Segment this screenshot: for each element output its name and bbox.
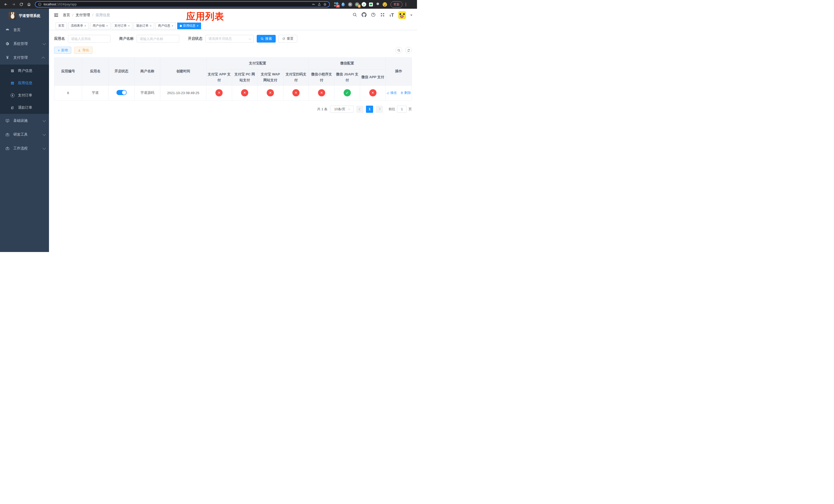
sidebar-item-app-info[interactable]: 应用信息 xyxy=(0,77,49,89)
extensions-puzzle-icon[interactable] xyxy=(375,2,380,7)
sidebar-item-label: 系统管理 xyxy=(13,42,28,46)
chrome-menu-icon[interactable] xyxy=(405,3,406,6)
next-page-button[interactable] xyxy=(376,106,383,113)
dashboard-icon xyxy=(5,28,10,32)
col-app-id: 应用编号 xyxy=(54,58,82,86)
edit-link[interactable]: 修改 xyxy=(387,91,397,95)
sidebar-item-payment[interactable]: ¥ 支付管理 xyxy=(0,51,49,65)
goto-label: 前往 xyxy=(389,107,395,112)
password-key-icon[interactable] xyxy=(312,3,315,6)
tab-app-info[interactable]: 应用信息 xyxy=(177,23,201,29)
extension-blue-diamond-icon[interactable]: 10 xyxy=(334,2,338,7)
share-icon[interactable] xyxy=(317,3,321,6)
goto-page-input[interactable] xyxy=(397,106,407,113)
sidebar-menu: 首页 系统管理 ¥ 支付管理 商户信息 xyxy=(0,23,49,252)
reload-icon[interactable] xyxy=(18,1,25,8)
grid-icon xyxy=(10,81,15,85)
table-right-tools xyxy=(395,47,412,53)
prev-page-button[interactable] xyxy=(356,106,364,113)
extension-chat-icon[interactable] xyxy=(369,2,373,7)
home-icon[interactable] xyxy=(26,1,32,8)
apps-table: 应用编号 应用名 开启状态 商户名称 创建时间 支付宝配置 微信配置 操作 支付… xyxy=(54,58,412,100)
close-icon[interactable] xyxy=(150,24,152,27)
breadcrumb-section[interactable]: 支付管理 xyxy=(76,13,90,18)
current-page-button[interactable]: 1 xyxy=(366,106,373,113)
total-count: 共 1 条 xyxy=(317,107,328,112)
sidebar-item-system[interactable]: 系统管理 xyxy=(0,37,49,51)
wx-app-cross-icon xyxy=(369,89,376,96)
forward-icon[interactable] xyxy=(10,1,17,8)
collapse-sidebar-icon[interactable] xyxy=(53,13,59,18)
sidebar: 芋道管理系统 首页 系统管理 ¥ 支付管理 xyxy=(0,9,49,252)
sidebar-logo[interactable]: 芋道管理系统 xyxy=(0,9,49,23)
site-info-icon[interactable] xyxy=(38,3,42,6)
sidebar-item-home[interactable]: 首页 xyxy=(0,23,49,37)
close-icon[interactable] xyxy=(172,24,173,27)
add-button[interactable]: 新增 xyxy=(54,47,71,54)
sidebar-item-workflow[interactable]: 工作流程 xyxy=(0,141,49,155)
sidebar-item-refund-orders[interactable]: 退款订单 xyxy=(0,101,49,114)
status-select[interactable]: 请选择开启状态 xyxy=(205,35,254,43)
col-wx-mini: 微信小程序支付 xyxy=(309,69,334,86)
extension-yudao-icon[interactable]: y xyxy=(361,2,366,7)
github-icon[interactable] xyxy=(361,12,367,18)
delete-link[interactable]: 删除 xyxy=(400,91,411,95)
refresh-button[interactable] xyxy=(405,47,412,53)
search-icon[interactable] xyxy=(352,12,357,18)
extension-badge: 1 xyxy=(358,5,360,8)
extension-command-icon[interactable]: ⌘ xyxy=(348,2,352,7)
chevron-down-icon xyxy=(43,133,46,136)
chevron-down-icon xyxy=(43,146,46,150)
merchant-name-input[interactable] xyxy=(137,35,179,43)
toolbox-icon xyxy=(5,132,10,137)
breadcrumb-home[interactable]: 首页 xyxy=(63,13,70,18)
col-alipay-app: 支付宝 APP 支付 xyxy=(206,69,232,86)
tab-merchant-info[interactable]: 商户信息 xyxy=(155,23,176,29)
tab-refund-orders[interactable]: 退款订单 xyxy=(134,23,154,29)
user-avatar[interactable] xyxy=(398,11,406,19)
sidebar-item-pay-orders[interactable]: ¥ 支付订单 xyxy=(0,89,49,101)
caret-down-icon[interactable] xyxy=(410,15,412,17)
close-icon[interactable] xyxy=(128,24,130,27)
extension-recorder-icon[interactable]: 1 xyxy=(355,2,359,7)
yen-icon: ¥ xyxy=(5,55,10,60)
shop-icon xyxy=(10,69,15,73)
tab-pay-orders[interactable]: 支付订单 xyxy=(112,23,132,29)
navbar-actions: TT xyxy=(352,11,412,19)
tab-process-form[interactable]: 流程表单 xyxy=(68,23,89,29)
back-icon[interactable] xyxy=(3,1,9,8)
sidebar-item-label: 研发工具 xyxy=(13,132,28,137)
sidebar-item-merchant-info[interactable]: 商户信息 xyxy=(0,65,49,77)
bookmark-star-icon[interactable] xyxy=(323,3,327,6)
url-bar[interactable]: localhost :1024/pay/app xyxy=(35,1,330,7)
col-alipay-qr: 支付宝扫码支付 xyxy=(283,69,309,86)
extension-balloon-icon[interactable] xyxy=(341,2,346,7)
alipay-pc-cross-icon xyxy=(241,89,248,96)
cell-app-name: 芋道 xyxy=(82,85,109,100)
extensions-area: 10 ⌘ 1 y xyxy=(334,2,387,7)
tab-home[interactable]: 首页 xyxy=(56,23,67,29)
help-icon[interactable] xyxy=(371,12,376,18)
page-annotation: 应用列表 xyxy=(186,10,224,23)
status-toggle[interactable] xyxy=(116,90,127,95)
search-button[interactable]: 搜索 xyxy=(257,35,276,43)
toggle-search-button[interactable] xyxy=(395,47,402,53)
reset-button[interactable]: 重置 xyxy=(278,35,297,43)
page-size-select[interactable]: 10条/页 xyxy=(330,106,354,113)
export-button[interactable]: 导出 xyxy=(74,47,93,54)
col-alipay-pc: 支付宝 PC 网站支付 xyxy=(232,69,258,86)
chrome-update-button[interactable]: 更新 xyxy=(391,1,402,8)
app-name-input[interactable] xyxy=(68,35,111,43)
tab-user-group[interactable]: 用户分组 xyxy=(90,23,111,29)
chevron-down-icon xyxy=(43,42,46,45)
sidebar-item-infra[interactable]: 基础设施 xyxy=(0,114,49,128)
close-icon[interactable] xyxy=(84,24,86,27)
sidebar-item-dev-tools[interactable]: 研发工具 xyxy=(0,128,49,141)
close-icon[interactable] xyxy=(106,24,108,27)
close-icon[interactable] xyxy=(197,24,198,27)
col-group-wechat: 微信配置 xyxy=(309,58,386,69)
fullscreen-icon[interactable] xyxy=(380,12,385,18)
sidebar-item-label: 工作流程 xyxy=(13,146,28,151)
profile-avatar-icon[interactable] xyxy=(382,2,387,7)
font-size-icon[interactable]: TT xyxy=(389,13,394,18)
